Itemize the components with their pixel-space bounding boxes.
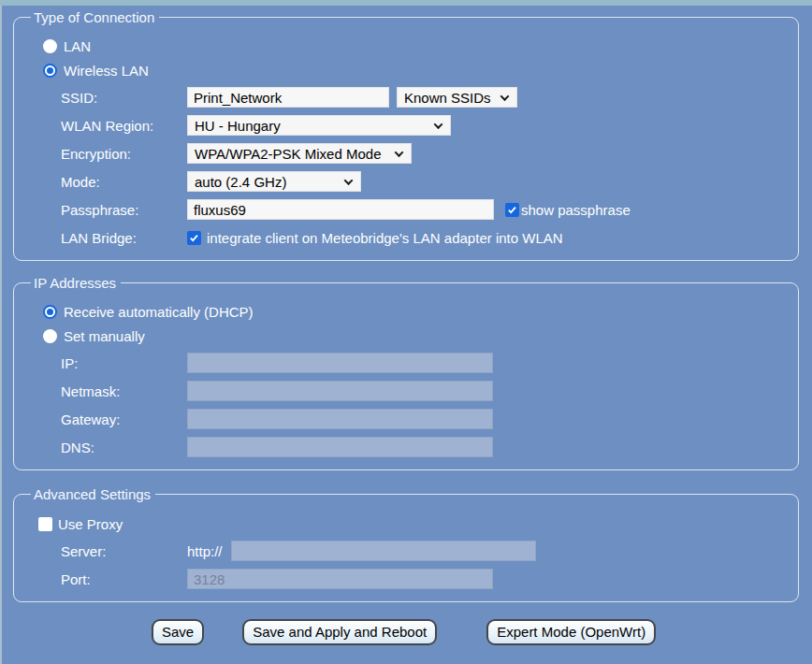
wlan-region-select[interactable]: HU - Hungary [187, 115, 451, 136]
gateway-row: Gateway: [61, 409, 787, 429]
ip-addresses-section: IP Addresses Receive automatically (DHCP… [13, 275, 799, 470]
set-manually-radio-row: Set manually [43, 328, 787, 343]
mode-row: Mode: auto (2.4 GHz) [61, 171, 787, 192]
lan-bridge-label: LAN Bridge: [61, 230, 187, 246]
show-passphrase-checkbox[interactable] [505, 203, 519, 217]
mode-label: Mode: [61, 174, 187, 190]
set-manually-radio[interactable] [43, 329, 57, 343]
radio-dot-icon [47, 309, 53, 315]
type-of-connection-legend: Type of Connection [31, 9, 159, 25]
proxy-server-row: Server: http:// [61, 541, 787, 561]
radio-dot-icon [47, 67, 53, 74]
passphrase-label: Passphrase: [61, 202, 187, 218]
lan-bridge-checkbox[interactable] [187, 231, 201, 245]
proxy-port-label: Port: [61, 571, 187, 587]
passphrase-row: Passphrase: show passphrase [61, 199, 787, 220]
dhcp-radio-row: Receive automatically (DHCP) [43, 304, 787, 319]
set-manually-radio-label: Set manually [64, 328, 145, 344]
use-proxy-checkbox[interactable] [38, 517, 52, 531]
chevron-down-icon [500, 92, 510, 101]
mode-select[interactable]: auto (2.4 GHz) [187, 171, 361, 192]
use-proxy-row: Use Proxy [38, 516, 787, 531]
encryption-selected-value: WPA/WPA2-PSK Mixed Mode [195, 146, 382, 162]
known-ssids-select[interactable]: Known SSIDs [397, 87, 517, 108]
advanced-settings-legend: Advanced Settings [31, 486, 155, 502]
proxy-server-label: Server: [61, 543, 187, 559]
chevron-down-icon [395, 148, 404, 157]
mode-selected-value: auto (2.4 GHz) [195, 174, 286, 190]
lan-bridge-checkbox-label: integrate client on Meteobridge's LAN ad… [207, 230, 563, 246]
known-ssids-selected-value: Known SSIDs [404, 90, 491, 106]
left-edge-strip [0, 6, 2, 664]
wireless-lan-radio-row: Wireless LAN [43, 63, 787, 78]
proxy-server-input [231, 541, 536, 561]
ip-input [187, 353, 493, 373]
ip-addresses-legend: IP Addresses [31, 275, 121, 291]
gateway-input [187, 409, 493, 429]
lan-radio[interactable] [43, 39, 57, 53]
gateway-label: Gateway: [61, 411, 187, 427]
wlan-region-selected-value: HU - Hungary [195, 118, 281, 134]
ip-label: IP: [61, 355, 187, 371]
encryption-select[interactable]: WPA/WPA2-PSK Mixed Mode [187, 143, 412, 164]
ip-row: IP: [61, 353, 787, 373]
dns-label: DNS: [61, 440, 187, 455]
ssid-input[interactable] [187, 87, 389, 108]
expert-mode-button[interactable]: Expert Mode (OpenWrt) [486, 619, 656, 645]
dhcp-radio-label: Receive automatically (DHCP) [64, 304, 254, 320]
advanced-settings-section: Advanced Settings Use Proxy Server: http… [13, 486, 799, 602]
show-passphrase-label: show passphrase [521, 202, 631, 218]
dns-row: DNS: [61, 437, 787, 457]
dns-input [187, 437, 493, 457]
wireless-lan-radio-label: Wireless LAN [64, 63, 149, 79]
button-bar: Save Save and Apply and Reboot Expert Mo… [152, 619, 812, 645]
wlan-region-row: WLAN Region: HU - Hungary [61, 115, 787, 136]
ssid-label: SSID: [61, 90, 187, 106]
type-of-connection-section: Type of Connection LAN Wireless LAN SSID… [13, 9, 799, 261]
encryption-row: Encryption: WPA/WPA2-PSK Mixed Mode [61, 143, 787, 164]
dhcp-radio[interactable] [43, 305, 57, 319]
netmask-label: Netmask: [61, 383, 187, 399]
proxy-port-row: Port: [61, 569, 787, 589]
lan-bridge-row: LAN Bridge: integrate client on Meteobri… [61, 227, 787, 248]
use-proxy-label: Use Proxy [58, 516, 123, 532]
save-apply-reboot-button[interactable]: Save and Apply and Reboot [242, 619, 437, 645]
netmask-input [187, 381, 493, 401]
ssid-row: SSID: Known SSIDs [61, 87, 787, 108]
encryption-label: Encryption: [61, 146, 187, 162]
checkmark-icon [507, 205, 517, 215]
netmask-row: Netmask: [61, 381, 787, 401]
passphrase-input[interactable] [187, 199, 494, 220]
wlan-region-label: WLAN Region: [61, 118, 187, 134]
lan-radio-row: LAN [43, 38, 787, 53]
http-prefix-label: http:// [187, 543, 223, 559]
proxy-port-input [187, 569, 493, 589]
save-button[interactable]: Save [152, 619, 204, 645]
chevron-down-icon [344, 176, 354, 185]
wireless-lan-radio[interactable] [43, 64, 57, 78]
chevron-down-icon [434, 120, 443, 129]
checkmark-icon [189, 233, 199, 243]
lan-radio-label: LAN [64, 38, 91, 54]
network-settings-page: Type of Connection LAN Wireless LAN SSID… [0, 0, 812, 664]
top-strip [0, 0, 812, 6]
